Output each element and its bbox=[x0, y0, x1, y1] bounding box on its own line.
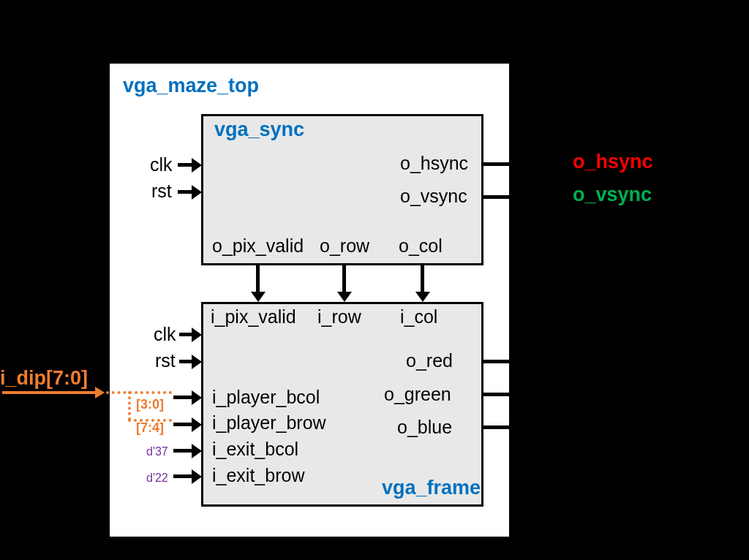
arrow-erow bbox=[173, 474, 192, 478]
wire-dip-in bbox=[2, 391, 96, 394]
sync-o-vsync: o_vsync bbox=[400, 186, 467, 207]
frame-o-green: o_green bbox=[384, 384, 451, 405]
sync-o-pixvalid: o_pix_valid bbox=[212, 235, 304, 257]
vga-sync-name: vga_sync bbox=[214, 118, 304, 141]
arrow-frame-rst bbox=[179, 360, 192, 363]
frame-i-row: i_row bbox=[317, 306, 361, 328]
sync-o-col: o_col bbox=[399, 235, 443, 257]
wire-hsync-out bbox=[482, 162, 567, 166]
arrow-sync-clk bbox=[178, 163, 192, 167]
dip-slice-hi: [7:4] bbox=[136, 420, 164, 436]
wire-red-out bbox=[482, 360, 567, 363]
sync-o-row: o_row bbox=[320, 235, 369, 257]
dip-slice-lo: [3:0] bbox=[136, 397, 164, 412]
frame-i-prow: i_player_brow bbox=[212, 412, 326, 434]
frame-o-blue: o_blue bbox=[397, 417, 452, 438]
sync-clk-label: clk bbox=[150, 154, 173, 175]
ext-o-vsync: o_vsync bbox=[573, 183, 652, 206]
wire-dip-dash2 bbox=[128, 419, 172, 422]
wire-green-out bbox=[482, 393, 567, 396]
arrow-row bbox=[342, 265, 346, 292]
frame-i-pixvalid: i_pix_valid bbox=[211, 306, 296, 328]
frame-o-red: o_red bbox=[406, 350, 453, 371]
sync-o-hsync: o_hsync bbox=[400, 153, 468, 174]
wire-dip-branch bbox=[128, 391, 131, 420]
arrow-pcol bbox=[173, 396, 192, 399]
arrow-frame-clk bbox=[179, 333, 192, 336]
wire-dip-dash1 bbox=[106, 391, 172, 394]
sync-rst-label: rst bbox=[151, 181, 172, 202]
const-d22: d'22 bbox=[146, 472, 168, 485]
frame-rst-label: rst bbox=[155, 350, 176, 371]
frame-i-erow: i_exit_brow bbox=[212, 465, 304, 486]
arrow-pixvalid bbox=[256, 265, 260, 292]
ext-o-hsync: o_hsync bbox=[573, 151, 653, 173]
frame-i-pcol: i_player_bcol bbox=[212, 387, 320, 408]
wire-blue-out bbox=[482, 425, 567, 429]
arrow-col bbox=[421, 265, 424, 292]
arrow-prow bbox=[173, 423, 192, 426]
arrow-ecol bbox=[173, 449, 192, 453]
const-d37: d'37 bbox=[146, 445, 168, 458]
frame-i-ecol: i_exit_bcol bbox=[212, 439, 298, 460]
arrow-sync-rst bbox=[178, 190, 192, 194]
wire-vsync-out bbox=[482, 195, 567, 199]
frame-clk-label: clk bbox=[154, 324, 176, 345]
vga-frame-name: vga_frame bbox=[382, 477, 481, 499]
ext-i-dip: i_dip[7:0] bbox=[0, 367, 88, 390]
top-module-name: vga_maze_top bbox=[123, 75, 259, 97]
frame-i-col: i_col bbox=[400, 306, 437, 328]
